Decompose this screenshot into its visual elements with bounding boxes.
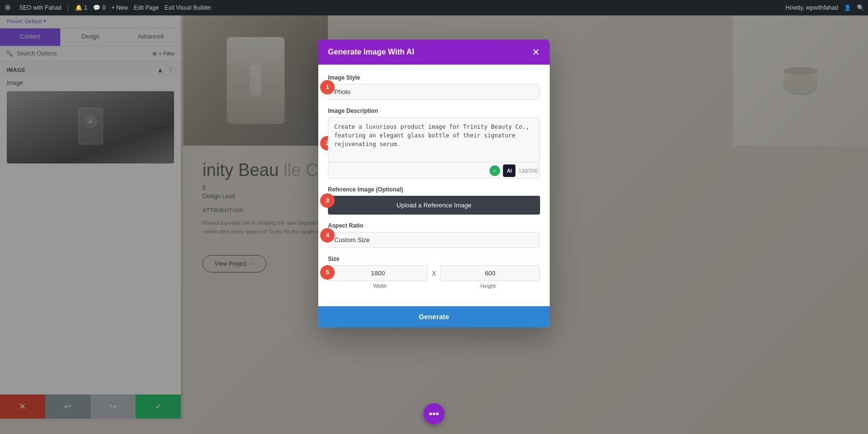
notif-count: 1 (84, 4, 88, 11)
edit-page-item[interactable]: Edit Page (134, 4, 159, 11)
step-1-indicator: 1 (320, 80, 335, 95)
textarea-wrapper: Create a luxurious product image for Tri… (328, 117, 540, 178)
size-group: 5 Size 1800 X 600 Width Height (328, 256, 540, 289)
height-input[interactable]: 600 (440, 265, 540, 281)
aspect-ratio-select[interactable]: Custom Size 1:1 Square 16:9 Landscape 9:… (328, 232, 540, 248)
height-label: Height (436, 283, 540, 289)
step-5-indicator: 5 (320, 265, 335, 280)
size-x-separator: X (432, 270, 436, 277)
generate-image-modal: Generate Image With AI ✕ 1 Image Style P… (318, 40, 550, 327)
char-count: 130/200 (518, 168, 538, 174)
width-input[interactable]: 1800 (328, 265, 428, 281)
modal-header: Generate Image With AI ✕ (318, 40, 550, 65)
size-inputs-row: 1800 X 600 (328, 265, 540, 281)
step-4-indicator: 4 (320, 228, 335, 243)
modal-close-button[interactable]: ✕ (532, 47, 540, 57)
sep1: | (67, 3, 69, 12)
new-item[interactable]: + New (111, 4, 128, 11)
size-labels-row: Width Height (328, 283, 540, 289)
image-style-label: Image Style (328, 74, 540, 81)
notif-icon: 🔔 (75, 4, 82, 11)
wp-logo: ⚛ (4, 2, 12, 13)
notif-item[interactable]: 🔔 1 (75, 4, 88, 11)
reference-image-label: Reference Image (Optional) (328, 186, 540, 193)
comment-item[interactable]: 💬 0 (93, 4, 106, 11)
aspect-ratio-group: 4 Aspect Ratio Custom Size 1:1 Square 16… (328, 222, 540, 248)
admin-bar-right: Howdy, wpwithfahad 👤 🔍 (786, 4, 864, 11)
modal-overlay: Generate Image With AI ✕ 1 Image Style P… (0, 15, 868, 434)
textarea-footer: ✓ AI 130/200 (328, 163, 540, 178)
user-avatar: 👤 (844, 4, 851, 11)
image-description-label: Image Description (328, 108, 540, 114)
exit-builder-item[interactable]: Exit Visual Builder (164, 4, 211, 11)
reference-image-group: 3 Reference Image (Optional) Upload a Re… (328, 186, 540, 215)
search-icon[interactable]: 🔍 (857, 4, 864, 11)
user-greeting[interactable]: Howdy, wpwithfahad (786, 4, 838, 11)
page-background: inity Beau lle Co. E Design Lead ATTRIBU… (0, 15, 868, 434)
image-description-group: 2 Image Description Create a luxurious p… (328, 108, 540, 178)
floating-dots-button[interactable]: ••• (423, 403, 445, 424)
site-name[interactable]: SEO with Fahad (19, 4, 61, 11)
modal-body: 1 Image Style Photo Illustration Sketch … (318, 65, 550, 306)
aspect-ratio-label: Aspect Ratio (328, 222, 540, 229)
size-label: Size (328, 256, 540, 262)
modal-title: Generate Image With AI (328, 48, 414, 56)
step-3-indicator: 3 (320, 193, 335, 208)
admin-bar: ⚛ SEO with Fahad | 🔔 1 💬 0 + New Edit Pa… (0, 0, 868, 15)
comment-icon: 💬 (93, 4, 100, 11)
image-style-select[interactable]: Photo Illustration Sketch 3D Render Oil … (328, 84, 540, 100)
upload-reference-button[interactable]: Upload a Reference Image (328, 196, 540, 215)
ai-badge-icon: AI (503, 164, 515, 177)
width-label: Width (328, 283, 432, 289)
comment-count: 0 (102, 4, 106, 11)
image-style-group: 1 Image Style Photo Illustration Sketch … (328, 74, 540, 100)
generate-button[interactable]: Generate (318, 306, 550, 327)
image-description-textarea[interactable]: Create a luxurious product image for Tri… (328, 117, 540, 163)
green-check-icon: ✓ (489, 165, 500, 176)
